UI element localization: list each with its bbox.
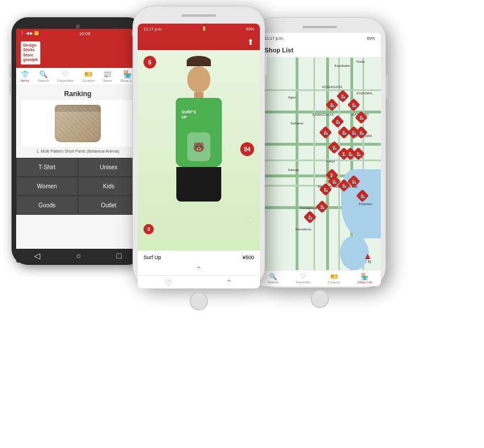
map-nav-search[interactable]: 🔍 Search [267, 273, 278, 284]
item-price: ¥500 [243, 255, 254, 260]
model-body: SURF'SUP 🐻 [176, 98, 222, 167]
bottom-heart-icon[interactable]: ♡ [165, 278, 172, 287]
iphone-right: 11:17 p.m. 89% Shop List [254, 17, 386, 288]
nav-item-search[interactable]: 🔍 Search [38, 70, 49, 82]
android-back-button[interactable]: ◁ [34, 251, 40, 260]
android-content: Ranking 1. Multi Pattern Short Pants (Bo… [16, 85, 139, 249]
map-label-saitama: Saitama [290, 122, 303, 125]
shorts-pattern [57, 107, 99, 140]
map-nav-favorites[interactable]: ♡ Favorites [296, 273, 311, 284]
map-coupon-icon: 🎫 [330, 273, 338, 280]
iphone-right-decoration [259, 26, 381, 28]
iphone-middle-bottom-nav: ♡ ⌃ [138, 275, 260, 288]
map-status-battery: 89% [367, 36, 375, 40]
category-women[interactable]: Women [16, 177, 78, 196]
iphone-speaker [181, 14, 216, 17]
nav-item-items[interactable]: 👕 Items [21, 70, 29, 82]
badge-number-left: 6 [143, 56, 156, 69]
volume-down-button [9, 81, 11, 95]
map-header: Shop List [259, 43, 381, 58]
map-label-kashiwa: KASHIWA [357, 92, 372, 95]
search-icon: 🔍 [39, 70, 48, 78]
chevron-up[interactable]: ⌃ [138, 264, 260, 275]
badge-number-right: 94 [240, 142, 254, 156]
shoplist-icon: 🏪 [123, 70, 132, 78]
map-pin-5[interactable]: 🏪 [331, 115, 345, 128]
iphone-power-button [265, 52, 267, 75]
heart-icon[interactable]: ♡ [245, 215, 254, 227]
road-v5 [338, 58, 340, 270]
android-home-button[interactable]: ○ [76, 251, 81, 260]
nav-item-news[interactable]: 📰 News [103, 70, 112, 82]
android-recents-button[interactable]: □ [117, 251, 122, 260]
iphone-right-speaker [302, 26, 337, 28]
map-status-time: 11:17 p.m. [264, 36, 283, 40]
map-pin-2[interactable]: 🏪 [347, 98, 361, 111]
nav-label-items: Items [21, 79, 29, 82]
map-nav-shoplist[interactable]: 🏪 Shop List [358, 273, 372, 284]
iphone-middle-time: 11:17 p.m. [143, 27, 162, 31]
item-info-bar: Surf Up ¥500 [138, 250, 260, 264]
category-kids[interactable]: Kids [78, 177, 139, 196]
map-favorites-icon: ♡ [300, 273, 306, 280]
nav-item-coupon[interactable]: 🎫 Coupon [82, 70, 94, 82]
road-v4 [313, 58, 315, 270]
iphone-middle-screen: 11:17 p.m. 🔋 89% X ⬆ 6 94 [138, 24, 260, 288]
android-screen: 📍 ◀ ▶ 📶 10:06 🔋 DesignShirtsStoregraniph… [16, 29, 139, 263]
map-shoplist-icon: 🏪 [361, 273, 369, 280]
map-label-kasukabe: Kasukabe [334, 64, 350, 67]
map-label-kisarazu: Kisarazu [359, 202, 372, 206]
scene: 📍 ◀ ▶ 📶 10:06 🔋 DesignShirtsStoregraniph… [0, 0, 484, 448]
iphone-middle-battery-icon: 🔋 [202, 26, 207, 31]
map-label-kamakura: Kamakura [296, 227, 311, 231]
iphone-middle-content: 6 94 SURF'SUP 🐻 [138, 50, 260, 250]
category-unisex[interactable]: Unisex [78, 158, 139, 177]
ranking-title: Ranking [16, 85, 139, 100]
product-name: 1. Multi Pattern Short Pants (Botanical … [16, 147, 139, 155]
map-search-icon: 🔍 [269, 273, 277, 280]
iphone-right-home-button[interactable] [311, 290, 329, 308]
map-label-noda: Noda [357, 60, 365, 63]
item-name: Surf Up [143, 255, 161, 260]
android-status-bar: 📍 ◀ ▶ 📶 10:06 🔋 [16, 29, 139, 38]
bottom-up-icon[interactable]: ⌃ [226, 278, 233, 287]
map-pin-6[interactable]: 🏪 [319, 126, 332, 139]
news-icon: 📰 [103, 70, 112, 78]
map-label-ageo: Ageo [288, 96, 296, 99]
map-bottom-nav: 🔍 Search ♡ Favorites 🎫 Coupon 🏪 Shop Lis… [259, 270, 381, 286]
nav-item-favourites[interactable]: ♡ Favourites [58, 70, 74, 82]
items-icon: 👕 [21, 70, 29, 78]
iphone-middle-header: X ⬆ [138, 34, 260, 50]
category-grid: T-Shirt Unisex Women Kids Goods [16, 158, 139, 215]
map-background: Kasukabe Noda KOSHIGAYA KASHIWA KAWAGUCH… [259, 58, 381, 270]
nav-label-favourites: Favourites [58, 79, 74, 82]
map-label-kanagawa: Kanagawa [300, 206, 316, 210]
android-phone: 📍 ◀ ▶ 📶 10:06 🔋 DesignShirtsStoregraniph… [12, 17, 144, 265]
map-nav-coupon[interactable]: 🎫 Coupon [328, 273, 340, 284]
category-outlet[interactable]: Outlet [78, 196, 139, 215]
app-logo: DesignShirtsStoregraniph [21, 41, 40, 64]
tshirt-text: SURF'SUP [181, 109, 196, 120]
category-tshirt[interactable]: T-Shirt [16, 158, 78, 177]
iphone-middle-home-button[interactable] [190, 292, 208, 310]
model-figure: SURF'SUP 🐻 [164, 56, 233, 217]
status-bar-time: 10:06 [79, 31, 90, 36]
badge-number-bottom: 3 [143, 224, 154, 234]
iphone-middle-battery: 89% [246, 27, 254, 31]
north-label: N [368, 259, 371, 264]
category-goods[interactable]: Goods [16, 196, 78, 215]
iphone-right-screen: 11:17 p.m. 89% Shop List [259, 33, 381, 286]
status-bar-left: 📍 ◀ ▶ 📶 [20, 31, 39, 36]
map-status-bar: 11:17 p.m. 89% [259, 33, 381, 43]
product-image-area [21, 100, 135, 147]
android-bottom-nav: ◁ ○ □ [16, 249, 139, 263]
share-icon[interactable]: ⬆ [247, 37, 254, 47]
map-label-kamae: Kamae [288, 168, 299, 172]
nav-label-news: News [103, 79, 112, 82]
placeholder-left: X [143, 39, 148, 45]
map-title: Shop List [264, 47, 375, 54]
volume-up-button [9, 63, 11, 78]
iphone-middle: 11:17 p.m. 🔋 89% X ⬆ 6 94 [133, 6, 265, 288]
iphone-right-power [386, 75, 388, 98]
android-nav: 👕 Items 🔍 Search ♡ Favourites 🎫 Coupon 📰 [16, 68, 139, 85]
